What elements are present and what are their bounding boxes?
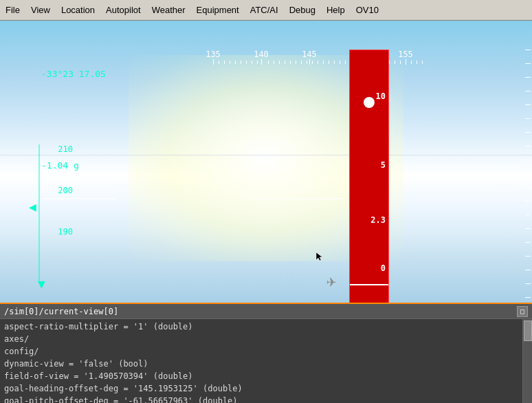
scrollbar-thumb[interactable] [524,320,532,341]
heading-tape: 135140145150155 [0,50,532,70]
property-item[interactable]: config/ [3,345,529,358]
altitude-tick [525,270,531,270]
heading-minor-tick [224,61,225,64]
heading-minor-tick [235,61,236,64]
cursor-indicator [315,251,326,262]
altitude-tick [525,146,531,146]
altitude-tick [525,297,531,298]
heading-minor-tick [395,61,395,64]
menu-file[interactable]: File [0,3,25,17]
heading-minor-tick [417,61,417,64]
heading-tick [309,59,310,65]
altitude-tick [525,63,531,64]
altitude-tick [525,283,531,284]
heading-minor-tick [257,61,258,64]
bottom-chevron-icon: ▼ [38,276,45,291]
altitude-tick [525,187,531,188]
altitude-tape [498,50,532,303]
heading-minor-tick [340,61,340,64]
heading-minor-tick [422,61,423,64]
heading-minor-tick [274,61,274,64]
panel-title: /sim[0]/current-view[0] [4,307,118,316]
heading-tick-label: 155 [398,50,413,59]
menu-ov10[interactable]: OV10 [351,3,384,17]
heading-minor-tick [334,61,335,64]
heading-minor-tick [400,61,401,64]
speed-mark-190: 190 [58,227,73,237]
heading-minor-tick [296,61,296,64]
menu-location[interactable]: Location [56,3,100,17]
panel-close-button[interactable]: □ [517,306,528,317]
property-item[interactable]: aspect-ratio-multiplier = '1' (double) [3,320,529,333]
speed-mark-200: 200 [58,186,73,195]
heading-minor-tick [318,61,318,64]
speed-tape: 210 200 190 [38,144,76,268]
altitude-tick [525,105,531,105]
heading-minor-tick [329,61,329,64]
menu-equipment[interactable]: Equipment [191,3,245,17]
heading-minor-tick [268,61,269,64]
heading-minor-tick [246,61,247,64]
attitude-circle [364,97,375,108]
tape-center-line [350,284,388,285]
heading-minor-tick [290,61,291,64]
altitude-tick [525,215,531,215]
scrollbar[interactable] [522,319,532,403]
altitude-tick [525,77,531,78]
altitude-tick [525,132,531,133]
property-item[interactable]: goal-pitch-offset-deg = '-61.56657963' (… [3,395,529,403]
property-item[interactable]: dynamic-view = 'false' (bool) [3,358,529,370]
position-readout: -33°23 17.0S [41,69,106,79]
heading-tick [213,59,214,65]
property-item[interactable]: axes/ [3,333,529,345]
crosshair-right [254,198,344,199]
heading-minor-tick [301,61,302,64]
heading-minor-tick [323,61,324,64]
menu-autopilot[interactable]: Autopilot [100,3,146,17]
heading-minor-tick [230,61,230,64]
tape-mark-10: 10 [376,91,386,101]
heading-minor-tick [285,61,285,64]
heading-minor-tick [279,61,280,64]
heading-tick-label: 135 [206,50,221,59]
crosshair-left [41,198,117,199]
horizon-line [0,155,532,155]
altitude-tick [525,91,531,91]
altitude-tick [525,242,531,243]
properties-list[interactable]: aspect-ratio-multiplier = '1' (double)ax… [0,319,532,403]
heading-minor-tick [411,61,412,64]
speed-mark-210: 210 [58,144,73,154]
tape-mark-23: 2.3 [370,215,386,225]
heading-tick [261,59,262,65]
tape-mark-0: 0 [381,263,386,273]
heading-minor-tick [252,61,252,64]
flight-viewport: 135140145150155 0.0 10 5 2.3 0 -33°23 17… [0,21,532,303]
menu-atcai[interactable]: ATC/AI [245,3,284,17]
property-item[interactable]: field-of-view = '1.490570394' (double) [3,370,529,382]
heading-minor-tick [312,61,313,64]
properties-panel: /sim[0]/current-view[0] □ aspect-ratio-m… [0,303,532,403]
panel-titlebar: /sim[0]/current-view[0] □ [0,304,532,319]
menu-weather[interactable]: Weather [146,3,191,17]
tape-mark-5: 5 [381,160,386,170]
heading-tick-label: 145 [302,50,317,59]
position-value: -33°23 17.0S [41,69,106,79]
heading-tick [406,59,406,65]
heading-minor-tick [219,61,219,64]
heading-minor-tick [307,61,307,64]
altitude-tick [525,256,531,257]
attitude-tape: 10 5 2.3 0 [349,50,389,303]
menu-view[interactable]: View [25,3,56,17]
speed-tape-line [38,144,40,282]
heading-minor-tick [345,61,346,64]
property-item[interactable]: goal-heading-offset-deg = '145.1953125' … [3,382,529,395]
altitude-tick [525,50,531,50]
heading-tick-label: 140 [254,50,269,59]
menubar: File View Location Autopilot Weather Equ… [0,0,532,21]
menu-debug[interactable]: Debug [284,3,321,17]
altitude-tick [525,228,531,229]
altitude-tick [525,173,531,174]
aircraft-symbol: ✈ [326,272,336,291]
menu-help[interactable]: Help [321,3,351,17]
altitude-tick [525,160,531,160]
